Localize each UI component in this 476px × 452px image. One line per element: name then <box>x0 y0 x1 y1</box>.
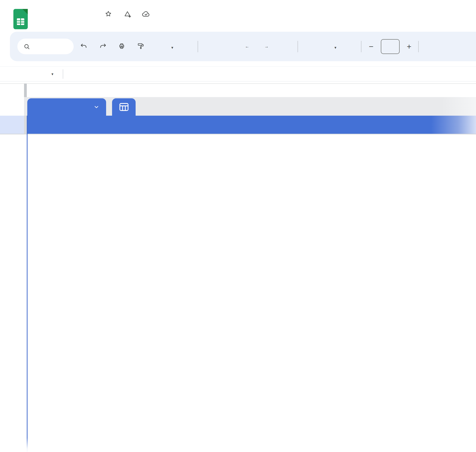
table-header-row <box>27 116 476 134</box>
search-icon <box>23 43 30 50</box>
move-button[interactable] <box>123 10 132 18</box>
formula-input[interactable] <box>82 67 476 81</box>
toolbar-divider <box>198 41 198 52</box>
chevron-down-icon <box>93 104 100 110</box>
toolbar: ▼ ← → ▼ − + <box>10 32 476 61</box>
print-button[interactable] <box>118 42 125 51</box>
header-shadow <box>0 134 476 134</box>
row-header-1[interactable] <box>0 116 27 134</box>
star-icon <box>104 10 112 18</box>
increase-decimal-button[interactable]: → <box>265 45 269 48</box>
formula-bar: ▼ <box>0 66 476 81</box>
above-table-band <box>0 97 476 116</box>
redo-icon <box>99 42 107 50</box>
toolbar-divider <box>298 41 298 52</box>
table-view-tab[interactable] <box>112 98 136 116</box>
table-view-icon <box>119 102 129 112</box>
save-status-button[interactable] <box>142 10 150 18</box>
paint-roller-icon <box>137 42 145 50</box>
decrease-font-size-button[interactable]: − <box>369 42 374 51</box>
zoom-select[interactable]: ▼ <box>168 43 174 50</box>
sheets-logo <box>13 9 28 29</box>
increase-font-size-button[interactable]: + <box>407 42 412 51</box>
paint-format-button[interactable] <box>137 42 145 51</box>
toolbar-divider <box>361 41 361 52</box>
undo-button[interactable] <box>80 42 88 51</box>
column-letters-strip <box>0 83 476 97</box>
font-family-select[interactable]: ▼ <box>323 43 337 50</box>
chevron-down-icon: ▼ <box>334 46 337 49</box>
menus-search-button[interactable] <box>17 39 74 54</box>
bottom-fade <box>0 438 476 452</box>
header-gutter <box>24 84 27 97</box>
row-gutter <box>24 116 27 134</box>
star-button[interactable] <box>104 10 113 18</box>
font-size-input[interactable] <box>381 39 400 54</box>
move-to-folder-icon <box>123 10 131 18</box>
select-all-corner[interactable] <box>0 84 24 97</box>
redo-button[interactable] <box>99 42 107 51</box>
right-fade <box>441 97 476 116</box>
toolbar-divider <box>418 41 419 52</box>
table-tab-blog-niche-data[interactable] <box>27 98 106 116</box>
chevron-down-icon[interactable]: ▼ <box>51 72 54 76</box>
cloud-saved-icon <box>142 10 150 18</box>
chevron-down-icon: ▼ <box>171 46 174 49</box>
decrease-decimal-button[interactable]: ← <box>245 45 249 48</box>
arrow-left-icon: ← <box>245 44 249 48</box>
table-left-border <box>27 116 28 452</box>
formula-bar-divider <box>63 69 63 79</box>
right-fade <box>431 134 476 452</box>
print-icon <box>118 42 125 50</box>
undo-icon <box>80 42 88 50</box>
arrow-right-icon: → <box>265 44 269 48</box>
google-sheets-app: ▼ ← → ▼ − + ▼ <box>0 0 476 452</box>
